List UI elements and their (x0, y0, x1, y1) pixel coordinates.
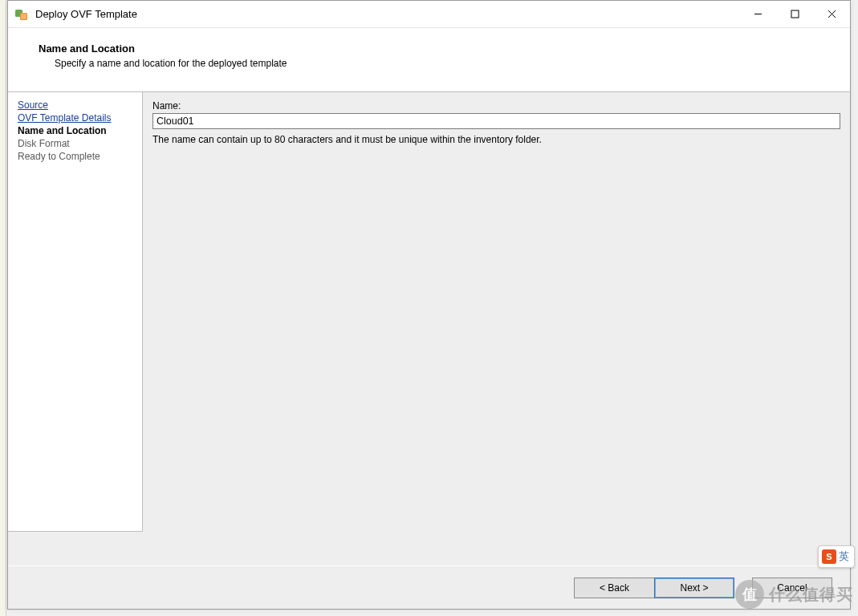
wizard-header: Name and Location Specify a name and loc… (8, 28, 850, 92)
sidebar-item-source[interactable]: Source (18, 99, 137, 111)
nav-button-group: < Back Next > (574, 578, 734, 598)
maximize-button[interactable] (776, 1, 813, 27)
wizard-steps-sidebar: Source OVF Template Details Name and Loc… (8, 92, 143, 532)
vsphere-icon (14, 7, 29, 22)
ime-indicator[interactable]: S 英 (818, 545, 855, 568)
cancel-button[interactable]: Cancel (752, 578, 832, 598)
sidebar-item-ready-to-complete: Ready to Complete (18, 150, 137, 163)
sidebar-item-disk-format: Disk Format (18, 137, 137, 150)
ime-language-label: 英 (839, 549, 849, 564)
svg-rect-2 (21, 14, 26, 19)
page-description: Specify a name and location for the depl… (39, 58, 850, 69)
back-button[interactable]: < Back (574, 578, 654, 598)
name-input[interactable] (152, 113, 840, 129)
wizard-content: Name: The name can contain up to 80 char… (143, 92, 850, 565)
page-title: Name and Location (39, 43, 850, 55)
deploy-ovf-window: Deploy OVF Template Name and Location Sp… (7, 0, 851, 610)
name-help-text: The name can contain up to 80 characters… (152, 134, 840, 145)
sogou-icon: S (822, 549, 836, 564)
minimize-button[interactable] (739, 1, 776, 27)
window-title: Deploy OVF Template (35, 8, 137, 20)
wizard-footer: < Back Next > Cancel (8, 565, 850, 609)
wizard-body: Source OVF Template Details Name and Loc… (8, 92, 850, 565)
sidebar-item-ovf-template-details[interactable]: OVF Template Details (18, 111, 137, 124)
svg-rect-4 (791, 10, 799, 18)
window-controls (739, 1, 850, 27)
next-button[interactable]: Next > (654, 578, 734, 598)
name-field-label: Name: (152, 100, 840, 111)
sidebar-item-name-and-location[interactable]: Name and Location (18, 124, 137, 137)
titlebar: Deploy OVF Template (8, 1, 850, 28)
background-strip (0, 0, 6, 616)
close-button[interactable] (813, 1, 850, 27)
